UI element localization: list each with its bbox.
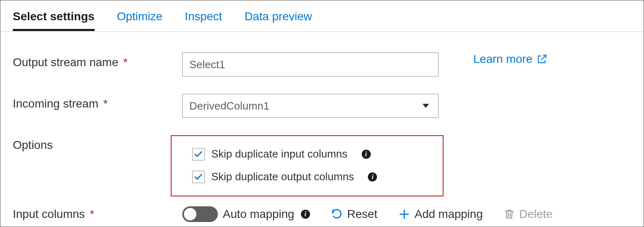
input-columns-controls: Auto mapping i Reset <box>182 206 553 222</box>
toggle-knob <box>184 208 196 220</box>
label-options-text: Options <box>13 139 53 151</box>
tab-optimize[interactable]: Optimize <box>117 2 162 31</box>
option-skip-input-row: Skip duplicate input columns i <box>192 143 422 165</box>
label-output-stream: Output stream name * <box>13 53 182 69</box>
learn-more-link[interactable]: Learn more <box>473 53 547 66</box>
auto-mapping-group: Auto mapping i <box>182 206 310 222</box>
required-asterisk: * <box>123 56 128 69</box>
option-skip-output-label: Skip duplicate output columns <box>211 170 354 183</box>
required-asterisk: * <box>90 208 94 220</box>
label-incoming-stream: Incoming stream * <box>13 94 182 110</box>
field-output-stream-wrap: Select1 Learn more <box>182 53 631 76</box>
label-input-columns-text: Input columns <box>13 208 85 220</box>
info-icon[interactable]: i <box>368 172 377 182</box>
required-asterisk: * <box>103 97 108 110</box>
settings-panel: Select settings Optimize Inspect Data pr… <box>0 0 644 227</box>
open-external-icon <box>537 54 547 65</box>
form-body: Output stream name * Select1 Learn more <box>0 32 644 222</box>
label-options: Options <box>13 135 182 152</box>
row-output-stream: Output stream name * Select1 Learn more <box>13 53 631 76</box>
incoming-stream-value: DerivedColumn1 <box>189 100 270 112</box>
tab-data-preview[interactable]: Data preview <box>244 2 312 31</box>
trash-icon <box>503 208 515 220</box>
reset-label: Reset <box>347 208 377 221</box>
info-icon[interactable]: i <box>362 150 371 159</box>
add-mapping-button[interactable]: Add mapping <box>398 208 483 221</box>
auto-mapping-toggle[interactable] <box>182 206 218 222</box>
auto-mapping-label: Auto mapping <box>223 208 294 221</box>
label-incoming-stream-text: Incoming stream <box>13 97 98 110</box>
info-icon[interactable]: i <box>301 210 310 219</box>
incoming-stream-select[interactable]: DerivedColumn1 <box>182 94 439 118</box>
output-stream-input[interactable]: Select1 <box>182 53 439 76</box>
delete-label: Delete <box>519 208 553 221</box>
row-input-columns: Input columns * Auto mapping i <box>13 206 631 222</box>
output-stream-value: Select1 <box>189 58 225 71</box>
label-input-columns: Input columns * <box>13 208 182 221</box>
plus-icon <box>398 208 410 220</box>
label-output-stream-text: Output stream name <box>13 56 118 69</box>
tabs: Select settings Optimize Inspect Data pr… <box>0 0 644 32</box>
add-mapping-label: Add mapping <box>415 208 483 221</box>
option-skip-input-label: Skip duplicate input columns <box>211 148 348 160</box>
reset-icon <box>331 208 343 220</box>
tab-inspect[interactable]: Inspect <box>185 2 222 31</box>
field-incoming-stream-wrap: DerivedColumn1 <box>182 94 631 118</box>
row-options: Options Skip duplicate input columns i <box>13 135 631 196</box>
field-options-wrap: Skip duplicate input columns i Skip dupl… <box>171 135 631 196</box>
delete-button[interactable]: Delete <box>503 208 553 221</box>
option-skip-output-row: Skip duplicate output columns i <box>192 165 422 188</box>
options-highlight-box: Skip duplicate input columns i Skip dupl… <box>171 135 444 196</box>
tab-select-settings[interactable]: Select settings <box>13 2 95 31</box>
checkbox-skip-output[interactable] <box>192 171 205 183</box>
row-incoming-stream: Incoming stream * DerivedColumn1 <box>13 94 631 118</box>
reset-button[interactable]: Reset <box>331 208 377 221</box>
chevron-down-icon <box>422 104 429 108</box>
learn-more-text: Learn more <box>473 53 532 66</box>
checkbox-skip-input[interactable] <box>192 148 205 160</box>
